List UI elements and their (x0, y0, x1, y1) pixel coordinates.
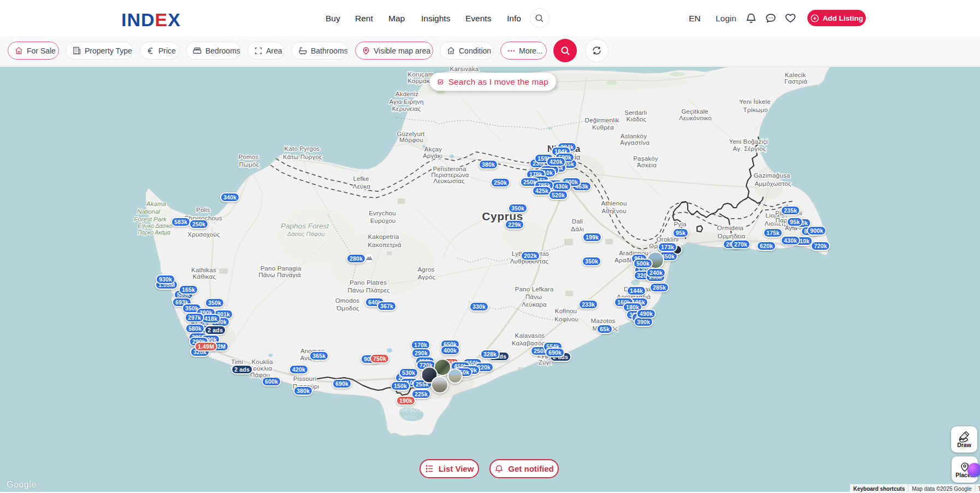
svg-text:Όμοδος: Όμοδος (336, 305, 359, 312)
svg-text:Μόρφου: Μόρφου (399, 137, 423, 143)
svg-text:Kakopetria: Kakopetria (368, 233, 399, 240)
svg-text:Άσκεια: Άσκεια (637, 162, 657, 168)
svg-text:Pyla: Pyla (674, 221, 687, 227)
svg-text:Τρίκωμο: Τρίκωμο (743, 107, 768, 113)
svg-text:Mazotos: Mazotos (591, 318, 616, 324)
svg-text:Dali: Dali (572, 218, 583, 225)
svg-text:Polis: Polis (196, 207, 210, 213)
svg-text:Δάσος Πάφου: Δάσος Πάφου (287, 231, 324, 238)
svg-text:Paşaköy: Paşaköy (633, 155, 658, 162)
svg-text:Lemesos: Lemesos (389, 405, 422, 414)
svg-text:Kathikas: Kathikas (191, 267, 216, 273)
svg-text:Ορμήδεια: Ορμήδεια (718, 233, 746, 239)
svg-text:Κάθικας: Κάθικας (193, 273, 216, 280)
svg-text:Αγια Ειρηνη: Αγια Ειρηνη (389, 98, 423, 105)
svg-text:Αγγαστίνα: Αγγαστίνα (620, 139, 650, 146)
svg-text:Δάλι: Δάλι (571, 226, 584, 232)
svg-text:Değirmenlik: Değirmenlik (585, 117, 619, 124)
svg-text:Koruçam: Koruçam (408, 71, 433, 78)
svg-text:Lefke: Lefke (353, 175, 369, 182)
svg-text:Κυθρέα: Κυθρέα (592, 124, 614, 131)
svg-text:Λεύκα: Λεύκα (353, 183, 371, 190)
svg-text:Κάτω Πύργος: Κάτω Πύργος (283, 154, 322, 160)
svg-text:Yeni İskele: Yeni İskele (739, 98, 770, 105)
svg-text:Πάνω Παναγιά: Πάνω Παναγιά (258, 272, 301, 278)
svg-text:Αγ. Σέργιος: Αγ. Σέργιος (733, 145, 766, 152)
svg-text:Κιάδος: Κιάδος (627, 116, 647, 122)
svg-text:Πάνω Πλάτρες: Πάνω Πλάτρες (347, 287, 390, 294)
svg-text:Χρυσοχούς: Χρυσοχούς (187, 231, 220, 238)
svg-text:Αγρός: Αγρός (418, 274, 436, 280)
svg-text:Akçay: Akçay (424, 146, 442, 152)
svg-text:Εθνικό Δασικό: Εθνικό Δασικό (138, 223, 173, 229)
svg-text:Karsıvaka: Karsıvaka (450, 67, 479, 72)
svg-text:Geçitkale: Geçitkale (681, 108, 709, 115)
svg-text:Pano Panagia: Pano Panagia (261, 265, 302, 272)
svg-text:Πάνω: Πάνω (526, 294, 542, 300)
svg-text:Agros: Agros (417, 266, 434, 273)
svg-text:Ζύγι: Ζύγι (539, 359, 551, 366)
svg-text:Αθηένου: Αθηένου (601, 208, 626, 214)
svg-text:Κερυνειας: Κερυνειας (392, 105, 421, 112)
svg-text:Pomos: Pomos (239, 154, 259, 160)
svg-text:National: National (137, 208, 161, 215)
svg-text:Κορμακί: Κορμακί (408, 78, 432, 84)
svg-text:Akdeniz: Akdeniz (395, 91, 418, 97)
svg-text:Kato Pyrgos: Kato Pyrgos (285, 145, 320, 152)
svg-text:Ευρύχου: Ευρύχου (370, 218, 396, 224)
svg-text:Aslanköy: Aslanköy (621, 133, 647, 139)
svg-text:Αμμόχωστος: Αμμόχωστος (754, 180, 791, 187)
svg-text:Pano Platres: Pano Platres (350, 279, 387, 286)
svg-text:Kalavasos: Kalavasos (515, 332, 545, 339)
svg-text:Κοφίνου: Κοφίνου (554, 316, 578, 322)
svg-text:Kalecik: Kalecik (785, 72, 806, 78)
svg-text:Λευκόνοικο: Λευκόνοικο (679, 115, 712, 121)
svg-text:Λεμεσός: Λεμεσός (395, 413, 418, 420)
svg-text:Γαστριά: Γαστριά (784, 78, 807, 85)
svg-text:Yeni Boğaziçi: Yeni Boğaziçi (729, 138, 768, 145)
svg-text:Αργάκι: Αργάκι (423, 152, 442, 159)
svg-text:Kofinou: Kofinou (555, 308, 577, 314)
svg-text:Pano Lefkara: Pano Lefkara (515, 286, 554, 292)
svg-text:Πάρκο Ακάμα: Πάρκο Ακάμα (138, 230, 170, 236)
svg-text:Λεύκαρα: Λεύκαρα (522, 301, 547, 308)
svg-text:Πωμός: Πωμός (239, 161, 259, 168)
svg-text:Κακοπετριά: Κακοπετριά (368, 242, 402, 248)
svg-text:Athienou: Athienou (601, 200, 627, 207)
svg-text:Forest Park: Forest Park (134, 216, 167, 222)
svg-text:Λευκωσίας: Λευκωσίας (433, 178, 465, 184)
svg-text:Kouklia: Kouklia (251, 359, 273, 365)
svg-text:Gazimağusa: Gazimağusa (754, 172, 790, 179)
svg-text:Ormideia: Ormideia (717, 225, 744, 231)
svg-text:Serdarlı: Serdarlı (624, 109, 647, 116)
svg-text:Akama: Akama (146, 201, 166, 207)
svg-text:Pissouri: Pissouri (293, 375, 317, 382)
svg-text:Evrychou: Evrychou (369, 210, 396, 216)
svg-text:Paphos Forest: Paphos Forest (281, 222, 329, 230)
svg-text:Omodos: Omodos (335, 297, 360, 304)
